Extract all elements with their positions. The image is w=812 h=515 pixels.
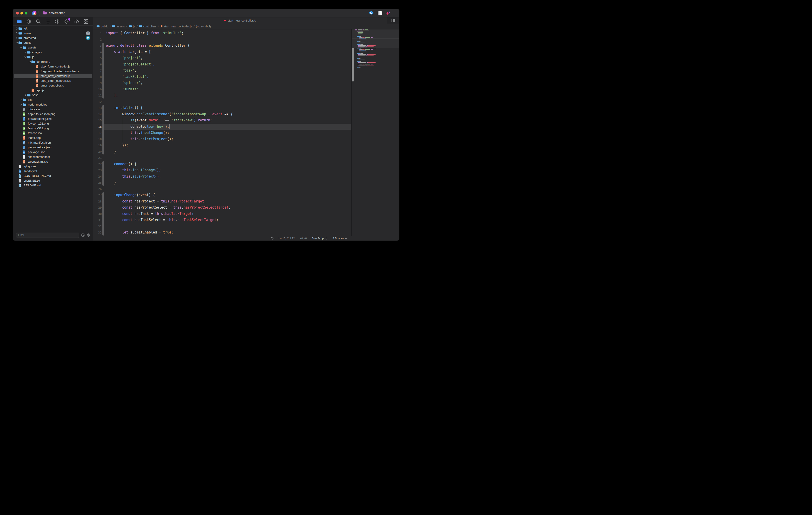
breadcrumb-item-assets[interactable]: assets [112, 25, 125, 28]
chevron-collapsed-icon[interactable] [15, 32, 18, 34]
code-line-16[interactable]: console.log('hey'); [104, 124, 351, 130]
tree-item-images[interactable]: images [13, 50, 93, 55]
chevron-expanded-icon[interactable] [24, 56, 27, 58]
tree-item-package-lock.json[interactable]: package-lock.json [13, 145, 93, 150]
breadcrumb-item-public[interactable]: public [96, 25, 108, 28]
tree-item-browserconfig.xml[interactable]: browserconfig.xml [13, 116, 93, 121]
tree-item-sass[interactable]: sass [13, 93, 93, 97]
tree-item-protected[interactable]: protectedM [13, 35, 93, 40]
code-line-14[interactable]: window.addEventListener('fragmentpostswa… [104, 111, 351, 118]
tree-item-fragment_loader_controller.js[interactable]: fragment_loader_controller.js [13, 69, 93, 73]
code-line-27[interactable]: inputChange(event) { [104, 192, 351, 199]
tree-item-README.md[interactable]: README.md [13, 183, 93, 188]
code-line-25[interactable]: } [104, 180, 351, 186]
code-line-31[interactable]: const hasTaskSelect = this.hasTaskSelect… [104, 217, 351, 223]
code-line-13[interactable]: initialize() { [104, 105, 351, 111]
tree-item-js[interactable]: js [13, 55, 93, 59]
breadcrumb-item-js[interactable]: js [129, 25, 135, 28]
filter-input[interactable] [16, 233, 79, 238]
tree-item-site.webmanifest[interactable]: site.webmanifest [13, 154, 93, 159]
tree-item-timer_controller.js[interactable]: timer_controller.js [13, 83, 93, 88]
publish-icon[interactable] [74, 19, 79, 24]
tree-item-favicon-512.png[interactable]: favicon-512.png [13, 126, 93, 131]
code-line-32[interactable] [104, 223, 351, 230]
chevron-expanded-icon[interactable] [20, 47, 23, 49]
sparkles-icon[interactable] [386, 11, 390, 15]
tab-start-new-controller[interactable]: start_new_controller.js [224, 19, 256, 22]
tree-item-.nova[interactable]: .nova? [13, 31, 93, 35]
code-line-20[interactable]: } [104, 149, 351, 155]
tree-item-app.js[interactable]: app.js [13, 88, 93, 93]
status-indicator-icon[interactable] [270, 237, 274, 240]
code-line-2[interactable] [104, 36, 351, 43]
tree-item-CONTRIBUTING.md[interactable]: CONTRIBUTING.md [13, 174, 93, 178]
chevron-collapsed-icon[interactable] [24, 51, 27, 54]
tree-item-start_new_controller.js[interactable]: start_new_controller.js [14, 73, 92, 78]
tree-item-index.php[interactable]: index.php [13, 135, 93, 140]
tree-item-favicon-192.png[interactable]: favicon-192.png [13, 121, 93, 126]
minimap[interactable] [352, 29, 399, 236]
project-folder-icon[interactable] [43, 11, 47, 15]
code-line-7[interactable]: 'task', [104, 67, 351, 74]
code-line-21[interactable] [104, 155, 351, 161]
panes-icon[interactable] [377, 11, 382, 15]
breadcrumb-item-(no symbol)[interactable]: (no symbol) [196, 25, 211, 28]
split-editor-button[interactable] [387, 18, 399, 24]
recent-clock-icon[interactable] [81, 233, 85, 237]
code-line-4[interactable]: static targets = [ [104, 49, 351, 55]
tree-item-ajax_form_controller.js[interactable]: ajax_form_controller.js [13, 64, 93, 69]
clips-icon[interactable] [55, 19, 60, 24]
chevron-expanded-icon[interactable] [28, 61, 31, 63]
tree-item-apple-touch-icon.png[interactable]: apple-touch-icon.png [13, 112, 93, 116]
code-editor[interactable]: 1import { Controller } from 'stimulus';2… [93, 29, 399, 236]
tree-item-.gitignore[interactable]: .gitignore [13, 164, 93, 169]
chevron-collapsed-icon[interactable] [24, 94, 27, 96]
code-line-12[interactable] [104, 99, 351, 105]
chevron-collapsed-icon[interactable] [15, 37, 18, 39]
language-selector[interactable]: JavaScript [312, 237, 328, 241]
code-line-28[interactable]: const hasProject = this.hasProjectTarget… [104, 199, 351, 205]
files-icon[interactable] [17, 19, 22, 24]
code-line-19[interactable]: }); [104, 142, 351, 149]
tree-item-LICENSE.txt[interactable]: LICENSE.txt [13, 178, 93, 183]
tree-item-stop_timer_controller.js[interactable]: stop_timer_controller.js [13, 78, 93, 83]
zoom-button[interactable] [25, 12, 27, 14]
chevron-collapsed-icon[interactable] [20, 103, 23, 106]
chevron-collapsed-icon[interactable] [20, 99, 23, 101]
breadcrumb-item-start_new_controller.js[interactable]: start_new_controller.js [161, 25, 192, 28]
code-line-18[interactable]: this.selectProject(); [104, 136, 351, 143]
minimize-button[interactable] [20, 12, 23, 14]
code-line-3[interactable]: export default class extends Controller … [104, 42, 351, 49]
code-line-24[interactable]: this.saveProject(); [104, 174, 351, 180]
code-line-22[interactable]: connect() { [104, 161, 351, 168]
code-line-11[interactable]: ]; [104, 92, 351, 99]
tree-item-controllers[interactable]: controllers [13, 59, 93, 64]
navigator-diamond-icon[interactable] [87, 233, 90, 237]
tree-item-dist[interactable]: dist [13, 97, 93, 102]
search-icon[interactable] [35, 19, 41, 24]
code-line-1[interactable]: import { Controller } from 'stimulus'; [104, 30, 351, 36]
code-line-29[interactable]: const hasProjectSelect = this.hasProject… [104, 205, 351, 211]
tree-item-.git[interactable]: .git [13, 26, 93, 31]
close-button[interactable] [16, 12, 19, 14]
tree-item-mix-manifest.json[interactable]: mix-manifest.json [13, 140, 93, 145]
tree-item-assets[interactable]: assets [13, 45, 93, 50]
code-line-6[interactable]: 'projectSelect', [104, 61, 351, 68]
indent-selector[interactable]: 4 Spaces [332, 237, 347, 240]
chevron-expanded-icon[interactable] [15, 42, 18, 44]
code-line-5[interactable]: 'project', [104, 55, 351, 61]
code-line-8[interactable]: 'taskSelect', [104, 74, 351, 80]
code-line-15[interactable]: if(event.detail !== 'start-new') return; [104, 117, 351, 124]
breadcrumb-item-controllers[interactable]: controllers [139, 25, 156, 28]
code-line-9[interactable]: 'spinner', [104, 80, 351, 86]
tree-item-package.json[interactable]: package.json [13, 150, 93, 154]
remote-icon[interactable] [26, 19, 31, 24]
tree-item-.lando.yml[interactable]: .lando.yml [13, 169, 93, 174]
tree-item-webpack.mix.js[interactable]: webpack.mix.js [13, 159, 93, 164]
code-line-23[interactable]: this.inputChange(); [104, 167, 351, 174]
source-control-icon[interactable] [64, 19, 69, 24]
chevron-collapsed-icon[interactable] [15, 27, 18, 30]
preview-eye-icon[interactable] [369, 11, 374, 15]
tree-item-favicon.ico[interactable]: favicon.ico [13, 131, 93, 135]
symbols-icon[interactable] [45, 19, 51, 24]
